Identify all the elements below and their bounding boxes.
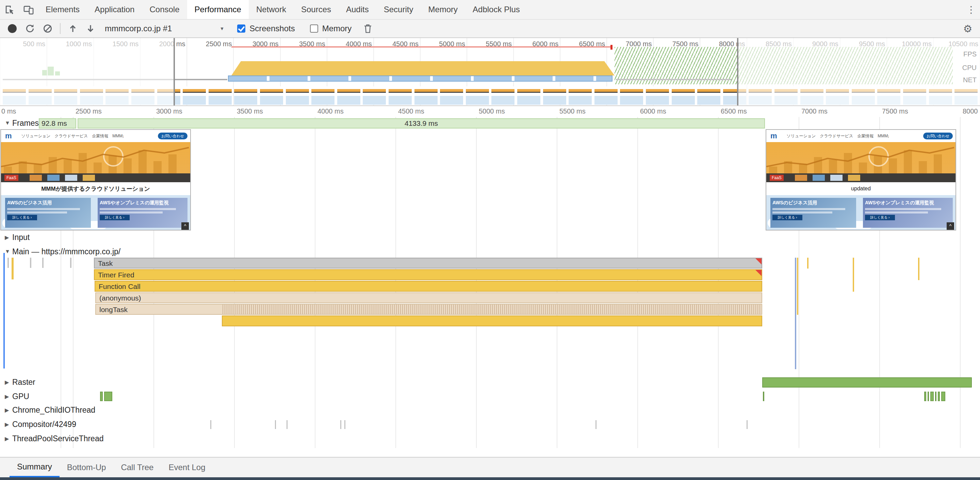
expand-triangle-icon[interactable]: ▶ [5,421,12,428]
frame-bar-short[interactable]: 92.8 ms [39,118,76,128]
filmstrip-thumbnail[interactable] [363,86,386,105]
collapse-triangle-icon[interactable]: ▼ [5,249,12,255]
event-tick[interactable] [918,258,920,280]
gpu-activity-bar[interactable] [928,391,929,401]
tab-sources[interactable]: Sources [294,0,339,19]
flame-bar-function-call[interactable]: Function Call [95,281,762,291]
event-tick[interactable] [746,420,748,429]
capture-settings-gear-icon[interactable]: ⚙ [959,23,977,35]
event-tick[interactable] [797,258,798,315]
flame-bar-longtask-child[interactable] [222,315,762,326]
frame-screenshot[interactable]: mソリューション クラウドサービス 企業情報 MMMが選ばれる理由お問い合わせF… [765,129,956,230]
expand-triangle-icon[interactable]: ▶ [5,393,12,400]
screenshots-checkbox-row[interactable]: Screenshots [237,24,295,33]
device-toolbar-icon[interactable] [19,0,38,19]
frame-screenshot[interactable]: mソリューション クラウドサービス 企業情報 MMMが選ばれる理由お問い合わせF… [0,129,191,230]
event-tick[interactable] [210,420,211,429]
record-button[interactable] [3,21,21,37]
filmstrip-thumbnail[interactable] [466,86,489,105]
more-options-icon[interactable]: ⋮ [962,4,980,15]
event-tick[interactable] [11,258,14,279]
details-tab-event-log[interactable]: Event Log [161,458,213,477]
filmstrip-thumbnail[interactable] [183,86,206,105]
memory-checkbox-row[interactable]: Memory [310,24,352,33]
frame-bar-long[interactable]: 4133.9 ms [78,118,765,128]
tab-security[interactable]: Security [376,0,421,19]
raster-activity-bar[interactable] [762,377,972,388]
event-tick[interactable] [795,258,796,369]
track-header-raster[interactable]: ▶Raster [0,377,35,388]
gpu-activity-bar[interactable] [924,391,926,401]
filmstrip-thumbnail[interactable] [260,86,283,105]
tab-memory[interactable]: Memory [421,0,465,19]
flame-bar-anonymous[interactable]: (anonymous) [95,292,762,303]
flame-bar-task[interactable]: Task [94,258,762,269]
event-tick[interactable] [595,420,597,429]
expand-triangle-icon[interactable]: ▶ [5,407,12,413]
screenshots-checkbox[interactable] [237,24,245,33]
expand-triangle-icon[interactable]: ▶ [5,436,12,442]
tab-performance[interactable]: Performance [187,0,249,19]
track-header-threadpool[interactable]: ▶ThreadPoolServiceThread [0,433,103,444]
filmstrip-thumbnail[interactable] [440,86,463,105]
track-header-io[interactable]: ▶Chrome_ChildIOThread [0,404,95,415]
filmstrip-thumbnail[interactable] [337,86,360,105]
expand-triangle-icon[interactable]: ▶ [5,379,12,385]
gpu-activity-bar[interactable] [935,391,937,401]
filmstrip-thumbnail[interactable] [286,86,309,105]
filmstrip-thumbnail[interactable] [569,86,592,105]
gpu-activity-bar[interactable] [100,391,103,401]
gpu-activity-bar[interactable] [930,391,934,401]
gpu-activity-bar[interactable] [763,391,764,401]
tab-audits[interactable]: Audits [339,0,376,19]
filmstrip-thumbnail[interactable] [234,86,257,105]
collapse-triangle-icon[interactable]: ▼ [5,120,12,126]
filmstrip-thumbnail[interactable] [620,86,643,105]
filmstrip-thumbnail[interactable] [543,86,566,105]
filmstrip-thumbnail[interactable] [388,86,412,105]
tab-elements[interactable]: Elements [38,0,87,19]
event-tick[interactable] [30,258,31,268]
event-tick[interactable] [286,420,288,429]
track-header-frames[interactable]: ▼Frames [0,117,39,128]
reload-and-profile-button[interactable] [21,21,39,37]
selection-handle-right[interactable] [737,38,738,105]
filmstrip-thumbnail[interactable] [311,86,334,105]
event-tick[interactable] [70,258,72,268]
details-tab-summary[interactable]: Summary [10,458,60,477]
track-header-input[interactable]: ▶Input [0,232,30,243]
event-tick[interactable] [8,258,9,268]
garbage-collect-button[interactable] [359,21,377,37]
filmstrip-thumbnail[interactable] [595,86,617,105]
filmstrip-thumbnail[interactable] [414,86,438,105]
details-tab-call-tree[interactable]: Call Tree [113,458,161,477]
tab-application[interactable]: Application [87,0,142,19]
inspect-element-icon[interactable] [0,0,19,19]
gpu-activity-bar[interactable] [941,391,945,401]
filmstrip-thumbnail[interactable] [517,86,540,105]
details-tab-bottom-up[interactable]: Bottom-Up [60,458,114,477]
flame-bar-timer-fired[interactable]: Timer Fired [94,269,762,280]
filmstrip-thumbnail[interactable] [697,86,721,105]
expand-triangle-icon[interactable]: ▶ [5,234,12,241]
load-profile-button[interactable] [64,21,82,37]
memory-checkbox[interactable] [310,24,318,33]
track-header-compositor[interactable]: ▶Compositor/42499 [0,419,76,430]
timeline-overview[interactable]: 500 ms1000 ms1500 ms2000 ms2500 ms3000 m… [0,38,980,106]
tab-adblock-plus[interactable]: Adblock Plus [465,0,527,19]
profile-select[interactable]: mmmcorp.co.jp #1 ▼ [99,24,230,33]
track-header-gpu[interactable]: ▶GPU [0,391,29,402]
event-tick[interactable] [344,420,345,429]
event-tick[interactable] [340,420,341,429]
filmstrip-thumbnail[interactable] [492,86,514,105]
filmstrip-thumbnail[interactable] [672,86,695,105]
event-tick[interactable] [275,420,276,429]
clear-button[interactable] [39,21,56,37]
flame-bar-longtask[interactable]: longTask [95,304,762,315]
gpu-activity-bar[interactable] [938,391,940,401]
save-profile-button[interactable] [82,21,99,37]
event-tick[interactable] [42,258,43,268]
filmstrip-thumbnail[interactable] [646,86,669,105]
gpu-activity-bar[interactable] [104,391,112,401]
event-tick[interactable] [853,258,854,291]
